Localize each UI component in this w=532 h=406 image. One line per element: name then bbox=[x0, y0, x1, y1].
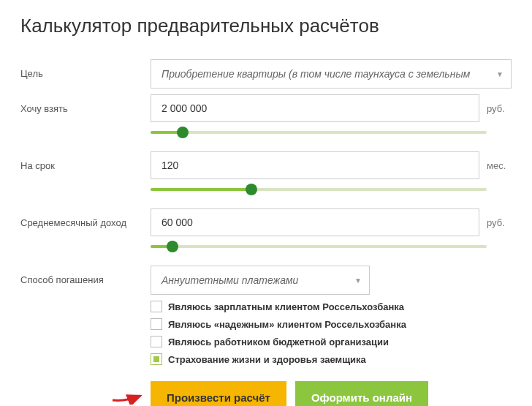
checkbox-label: Страхование жизни и здоровья заемщика bbox=[168, 354, 366, 365]
repay-select-value: Аннуитетными платежами bbox=[162, 274, 298, 286]
income-slider-thumb[interactable] bbox=[167, 241, 178, 252]
checkbox-label: Являюсь зарплатным клиентом Россельхозба… bbox=[168, 301, 404, 312]
checkbox-option-2[interactable]: Являюсь работником бюджетной организации bbox=[151, 336, 512, 347]
checkbox-label: Являюсь работником бюджетной организации bbox=[168, 337, 389, 347]
income-unit: руб. bbox=[487, 217, 512, 228]
label-amount: Хочу взять bbox=[20, 94, 151, 114]
chevron-down-icon: ▼ bbox=[354, 277, 362, 285]
checkbox-option-3[interactable]: Страхование жизни и здоровья заемщика bbox=[151, 353, 512, 365]
checkbox-box[interactable] bbox=[151, 301, 162, 312]
page-title: Калькулятор предварительных расчётов bbox=[20, 15, 512, 37]
checkbox-option-1[interactable]: Являюсь «надежным» клиентом Россельхозба… bbox=[151, 318, 512, 330]
calculate-button[interactable]: Произвести расчёт bbox=[151, 381, 286, 406]
label-income: Среднемесячный доход bbox=[20, 208, 151, 228]
label-repay: Способ погашения bbox=[20, 266, 151, 285]
chevron-down-icon: ▼ bbox=[496, 70, 503, 78]
label-term: На срок bbox=[20, 151, 151, 171]
term-unit: мес. bbox=[487, 160, 512, 171]
label-purpose: Цель bbox=[20, 59, 151, 79]
checkbox-box[interactable] bbox=[151, 318, 162, 330]
apply-online-button[interactable]: Оформить онлайн bbox=[295, 381, 428, 406]
amount-unit: руб. bbox=[487, 103, 512, 114]
amount-slider-thumb[interactable] bbox=[177, 127, 189, 138]
term-slider-thumb[interactable] bbox=[246, 184, 257, 195]
amount-input[interactable] bbox=[151, 94, 479, 122]
income-slider[interactable] bbox=[151, 239, 512, 255]
checkbox-option-0[interactable]: Являюсь зарплатным клиентом Россельхозба… bbox=[151, 301, 512, 312]
amount-slider[interactable] bbox=[151, 125, 512, 141]
repay-select[interactable]: Аннуитетными платежами ▼ bbox=[151, 266, 370, 295]
income-input[interactable] bbox=[151, 208, 479, 236]
checkbox-box[interactable] bbox=[151, 336, 162, 347]
term-input[interactable] bbox=[151, 151, 479, 179]
checkbox-label: Являюсь «надежным» клиентом Россельхозба… bbox=[168, 319, 406, 330]
purpose-select[interactable]: Приобретение квартиры (в том числе таунх… bbox=[151, 59, 512, 89]
purpose-select-value: Приобретение квартиры (в том числе таунх… bbox=[162, 68, 470, 80]
checkbox-box[interactable] bbox=[151, 353, 162, 365]
arrow-pointer-icon bbox=[111, 388, 146, 405]
term-slider[interactable] bbox=[151, 182, 512, 198]
